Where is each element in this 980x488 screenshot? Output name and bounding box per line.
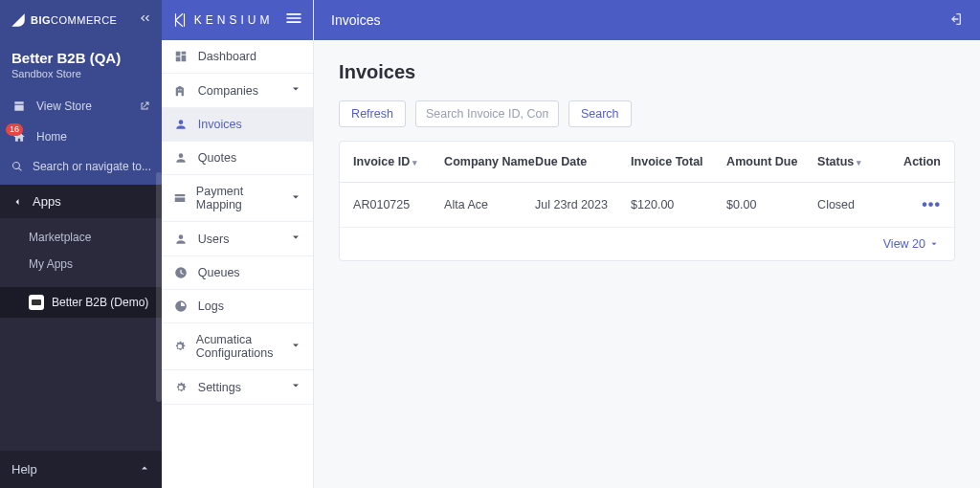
main-header: Invoices (314, 0, 980, 40)
sidebar-search[interactable] (0, 152, 162, 185)
chevron-down-icon (290, 232, 301, 246)
nav-item-label: Acumatica Configurations (196, 333, 280, 360)
hamburger-icon (284, 9, 303, 28)
nav-item-label: Companies (198, 84, 258, 98)
card-icon (173, 191, 187, 205)
invoice-search-input[interactable] (415, 100, 559, 127)
nav-item-queues[interactable]: Queues (162, 256, 313, 290)
apps-section-header[interactable]: Apps (0, 185, 162, 218)
bigcommerce-logo: BIGCOMMERCE (10, 11, 117, 29)
nav-item-acumatica-configurations[interactable]: Acumatica Configurations (162, 323, 313, 370)
cell-invoice-id: AR010725 (353, 198, 444, 211)
bc-topbar: BIGCOMMERCE (0, 0, 162, 40)
chevron-down-icon (290, 83, 301, 98)
person-icon (173, 118, 189, 131)
controls-row: Refresh Search (339, 100, 955, 127)
sort-icon: ▾ (412, 158, 417, 167)
logo-text: COMMERCE (51, 14, 117, 26)
nav-item-logs[interactable]: Logs (162, 290, 313, 323)
chevron-down-icon (290, 380, 301, 394)
nav-item-label: Logs (198, 299, 224, 313)
col-due[interactable]: Due Date (535, 155, 631, 168)
chevron-double-left-icon (137, 11, 152, 26)
apps-heading: Apps (33, 194, 61, 209)
external-link-icon (139, 100, 150, 112)
table-header: Invoice ID▾ Company Name Due Date Invoic… (340, 142, 954, 183)
nav-item-users[interactable]: Users (162, 222, 313, 256)
sidebar-item-better-b2b[interactable]: Better B2B (Demo) (0, 287, 162, 318)
kensium-logo: KENSIUM (171, 11, 274, 29)
nav-item-label: Users (198, 233, 230, 246)
view-store-link[interactable]: View Store (0, 91, 162, 122)
refresh-button[interactable]: Refresh (339, 100, 406, 127)
nav-item-quotes[interactable]: Quotes (162, 142, 313, 175)
chevron-left-icon (11, 196, 23, 208)
chevron-down-icon (290, 340, 301, 354)
col-action: Action (903, 155, 941, 168)
bigcommerce-sidebar: BIGCOMMERCE Better B2B (QA) Sandbox Stor… (0, 0, 162, 488)
gear-icon (173, 340, 187, 353)
col-total[interactable]: Invoice Total (631, 155, 726, 168)
gear-icon (173, 381, 189, 394)
apps-subitems: Marketplace My Apps (0, 218, 162, 287)
nav-item-invoices[interactable]: Invoices (162, 108, 313, 142)
chevron-up-icon (139, 462, 150, 474)
dashboard-icon (173, 50, 189, 63)
col-invoice-id[interactable]: Invoice ID▾ (353, 155, 444, 168)
kensium-brand-text: KENSIUM (194, 13, 274, 27)
table-footer: View 20 (340, 228, 954, 260)
col-amount-due[interactable]: Amount Due (726, 155, 817, 168)
person-icon (173, 151, 189, 165)
help-label: Help (11, 462, 37, 477)
sidebar-scrollbar[interactable] (156, 172, 162, 402)
chevron-down-icon (290, 191, 301, 206)
view-count-dropdown[interactable]: View 20 (883, 237, 939, 251)
main-body: Invoices Refresh Search Invoice ID▾ Comp… (314, 40, 980, 282)
cell-total: $120.00 (631, 198, 726, 211)
cell-amount-due: $0.00 (726, 198, 817, 211)
view-count-label: View 20 (883, 237, 925, 251)
search-icon (11, 160, 23, 173)
logs-icon (173, 299, 189, 313)
page-title: Invoices (339, 61, 955, 83)
kensium-icon (171, 11, 189, 29)
store-type: Sandbox Store (11, 68, 150, 79)
view-store-label: View Store (36, 100, 92, 113)
store-icon (12, 100, 26, 113)
kensium-menu-toggle[interactable] (284, 9, 303, 32)
kensium-header: KENSIUM (162, 0, 313, 40)
caret-down-icon (929, 239, 939, 249)
sidebar-search-input[interactable] (33, 160, 150, 173)
home-link[interactable]: 16 Home (0, 122, 162, 152)
logo-prefix: BIG (31, 14, 51, 26)
nav-item-label: Settings (198, 381, 241, 394)
queue-icon (173, 266, 189, 279)
col-status[interactable]: Status▾ (817, 155, 903, 168)
nav-item-settings[interactable]: Settings (162, 370, 313, 405)
nav-item-payment-mapping[interactable]: Payment Mapping (162, 175, 313, 222)
search-button[interactable]: Search (568, 100, 632, 127)
invoice-table: Invoice ID▾ Company Name Due Date Invoic… (339, 141, 955, 261)
sidebar-item-marketplace[interactable]: Marketplace (0, 224, 162, 251)
nav-item-dashboard[interactable]: Dashboard (162, 40, 313, 74)
nav-item-companies[interactable]: Companies (162, 74, 313, 108)
cell-status: Closed (817, 198, 903, 211)
store-header: Better B2B (QA) Sandbox Store (0, 40, 162, 91)
main-area: Invoices Invoices Refresh Search Invoice… (314, 0, 980, 488)
exit-icon (947, 11, 963, 27)
nav-item-label: Dashboard (198, 50, 256, 63)
sidebar-collapse-button[interactable] (137, 11, 152, 30)
breadcrumb-title: Invoices (331, 12, 380, 28)
table-row: AR010725Alta AceJul 23rd 2023$120.00$0.0… (340, 183, 954, 228)
company-icon (173, 84, 189, 98)
nav-item-label: Queues (198, 266, 240, 279)
store-name: Better B2B (QA) (11, 50, 150, 66)
sidebar-item-my-apps[interactable]: My Apps (0, 251, 162, 277)
nav-item-label: Quotes (198, 151, 236, 165)
row-actions-button[interactable]: ••• (922, 196, 941, 212)
header-action-button[interactable] (947, 11, 963, 30)
col-company[interactable]: Company Name (444, 155, 535, 168)
help-button[interactable]: Help (0, 451, 162, 488)
home-label: Home (36, 130, 67, 144)
home-badge: 16 (6, 123, 23, 136)
